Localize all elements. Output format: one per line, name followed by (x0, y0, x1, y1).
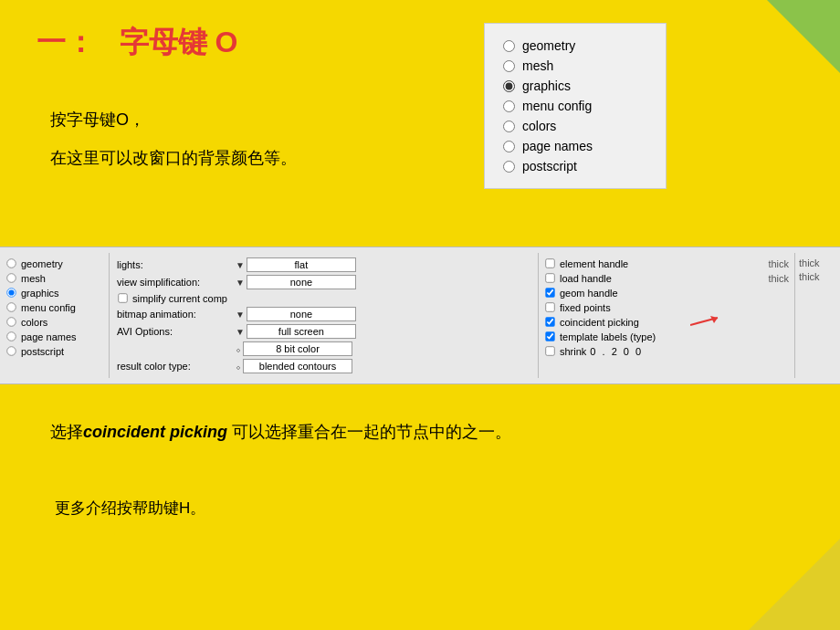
settings-column: lights: ▼ flat view simplification: ▼ no… (110, 253, 539, 378)
panel-radio-graphics-input[interactable] (6, 288, 16, 297)
radio-item-mesh[interactable]: mesh (503, 58, 647, 73)
radio-graphics[interactable] (503, 80, 515, 92)
view-simp-arrow[interactable]: ▼ (236, 278, 245, 288)
avi-arrow[interactable]: ▼ (236, 327, 245, 337)
bitcolor-updown[interactable]: ⬦ (236, 344, 241, 354)
bitcolor-value: 8 bit color (243, 341, 352, 356)
right-checkboxes-column: element handle thick load handle thick g… (539, 253, 794, 378)
panel-radio-menu-config-input[interactable] (6, 302, 16, 311)
cb-shrink[interactable] (545, 346, 554, 355)
panel-radio-page-names[interactable]: page names (5, 331, 103, 342)
radio-menu-config-label: menu config (522, 99, 592, 113)
simplify-checkbox[interactable] (118, 293, 127, 302)
radio-mesh-label: mesh (522, 58, 553, 73)
load-handle-label: load handle (560, 273, 612, 284)
panel-radio-postscript[interactable]: postscript (5, 345, 103, 357)
panel-radio-postscript-input[interactable] (6, 346, 16, 355)
panel-radio-colors-input[interactable] (6, 317, 16, 326)
bottom-section: 选择coincident picking 可以选择重合在一起的节点中的之一。 (50, 415, 511, 448)
template-labels-label: template labels (type) (560, 331, 656, 342)
panel-radio-geometry[interactable]: geometry (5, 257, 103, 269)
panel-radio-menu-config[interactable]: menu config (5, 301, 103, 313)
lights-arrow[interactable]: ▼ (236, 260, 245, 270)
lights-label: lights: (117, 259, 236, 270)
radio-colors[interactable] (503, 121, 515, 132)
panel-page-names-label: page names (21, 331, 77, 342)
panel-graphics-label: graphics (21, 288, 59, 299)
cb-load-handle[interactable] (545, 273, 554, 282)
row-load-handle: load handle thick (544, 272, 789, 284)
far-right-thick1: thick (799, 257, 836, 268)
panel-radio-colors[interactable]: colors (5, 316, 103, 328)
shrink-label: shrink (560, 346, 586, 357)
panel-radio-mesh[interactable]: mesh (5, 272, 103, 284)
lights-control[interactable]: ▼ flat (236, 257, 356, 272)
avi-label: AVI Options: (117, 326, 236, 337)
panel-radio-geometry-input[interactable] (6, 258, 16, 268)
cb-geom-handle[interactable] (545, 288, 554, 297)
radio-postscript[interactable] (503, 161, 515, 173)
row-element-handle: element handle thick (544, 257, 789, 269)
radio-page-names-label: page names (522, 139, 593, 153)
panel-colors-label: colors (21, 317, 47, 328)
radio-menu-config[interactable] (503, 100, 515, 112)
panel-geometry-label: geometry (21, 258, 63, 269)
cb-fixed-points[interactable] (545, 302, 554, 311)
row-fixed-points: fixed points (544, 301, 789, 313)
panel-radio-graphics[interactable]: graphics (5, 287, 103, 299)
bitmap-arrow[interactable]: ▼ (236, 310, 245, 320)
radio-item-graphics[interactable]: graphics (503, 79, 647, 93)
load-handle-extra: thick (768, 273, 789, 284)
radio-postscript-label: postscript (522, 159, 577, 173)
element-handle-extra: thick (768, 258, 789, 269)
radio-graphics-label: graphics (522, 79, 571, 93)
bottom-line1: 选择coincident picking 可以选择重合在一起的节点中的之一。 (50, 415, 511, 448)
view-simp-value: none (247, 275, 356, 289)
radio-mesh[interactable] (503, 60, 515, 72)
result-color-value: blended contours (243, 359, 352, 373)
panel-menu-config-label: menu config (21, 302, 76, 313)
bitmap-control[interactable]: ▼ none (236, 307, 356, 321)
radio-colors-label: colors (522, 119, 556, 133)
row-geom-handle: geom handle (544, 287, 789, 299)
bitmap-label: bitmap animation: (117, 309, 236, 320)
radio-item-colors[interactable]: colors (503, 119, 647, 133)
desc-line2: 在这里可以改窗口的背景颜色等。 (50, 143, 297, 173)
page-title: 一： 字母键 O (37, 26, 237, 58)
radio-geometry[interactable] (503, 40, 515, 52)
far-right-column: thick thick (794, 253, 840, 378)
note-text: 更多介绍按帮助键H。 (55, 499, 205, 517)
setting-bitmap: bitmap animation: ▼ none (117, 307, 530, 321)
radio-item-menu-config[interactable]: menu config (503, 99, 647, 113)
bitcolor-control[interactable]: ⬦ 8 bit color (236, 341, 352, 356)
radio-geometry-label: geometry (522, 38, 575, 53)
desc-line1: 按字母键O， (50, 105, 297, 134)
cb-element-handle[interactable] (545, 258, 554, 268)
radio-page-names[interactable] (503, 141, 515, 152)
shrink-value: 0 . 2 0 0 (590, 346, 643, 357)
view-simp-label: view simplification: (117, 277, 236, 288)
note-section: 更多介绍按帮助键H。 (55, 498, 205, 519)
result-color-updown[interactable]: ⬦ (236, 362, 241, 372)
corner-decoration-bottom-right (749, 539, 840, 630)
setting-lights: lights: ▼ flat (117, 257, 530, 272)
cb-template-labels[interactable] (545, 331, 554, 341)
graphics-panel: geometry mesh graphics menu config color… (0, 247, 840, 384)
setting-bitcolor: ⬦ 8 bit color (117, 341, 530, 356)
avi-control[interactable]: ▼ full screen (236, 324, 356, 339)
row-template-labels: template labels (type) (544, 331, 789, 342)
element-handle-label: element handle (560, 258, 628, 269)
coincident-picking-label: coincident picking (560, 317, 639, 328)
simplify-label: simplify current comp (132, 293, 227, 304)
result-color-label: result color type: (117, 361, 236, 372)
radio-item-page-names[interactable]: page names (503, 139, 647, 153)
radio-item-postscript[interactable]: postscript (503, 159, 647, 173)
panel-radio-page-names-input[interactable] (6, 331, 16, 341)
panel-radio-mesh-input[interactable] (6, 273, 16, 282)
simplify-checkbox-row[interactable]: simplify current comp (117, 292, 530, 304)
result-color-control[interactable]: ⬦ blended contours (236, 359, 352, 373)
corner-decoration-top-right (767, 0, 840, 73)
cb-coincident-picking[interactable] (545, 317, 554, 326)
view-simp-control[interactable]: ▼ none (236, 275, 356, 289)
radio-item-geometry[interactable]: geometry (503, 38, 647, 53)
